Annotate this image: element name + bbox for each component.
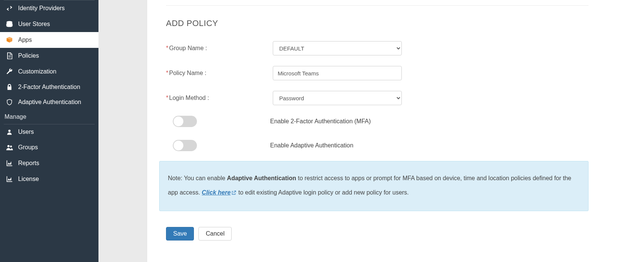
users-icon xyxy=(5,144,14,151)
row-group-name: *Group Name : DEFAULT xyxy=(166,41,589,55)
label-mfa: Enable 2-Factor Authentication (MFA) xyxy=(270,118,371,125)
sidebar-item-label: Users xyxy=(18,129,34,135)
page-title: ADD POLICY xyxy=(166,18,589,28)
label-group-name: *Group Name : xyxy=(166,45,273,52)
sidebar-item-label: Apps xyxy=(18,37,32,43)
chart-area-icon xyxy=(5,175,14,183)
required-marker: * xyxy=(166,70,168,76)
row-login-method: *Login Method : Password xyxy=(166,91,589,105)
content-panel: ADD POLICY *Group Name : DEFAULT *Policy… xyxy=(147,0,644,262)
sidebar-item-adaptive-auth[interactable]: Adaptive Authentication xyxy=(0,95,98,110)
label-login-method: *Login Method : xyxy=(166,95,273,101)
sidebar-item-2fa[interactable]: 2-Factor Authentication xyxy=(0,80,98,95)
save-button[interactable]: Save xyxy=(166,227,194,241)
svg-point-4 xyxy=(8,145,10,147)
sidebar-item-label: Groups xyxy=(18,144,38,151)
sidebar-item-label: 2-Factor Authentication xyxy=(18,84,80,90)
row-adaptive-toggle: Enable Adaptive Authentication xyxy=(166,140,589,151)
cancel-button[interactable]: Cancel xyxy=(198,227,232,241)
sidebar-item-label: License xyxy=(18,176,39,182)
sidebar-item-label: Adaptive Authentication xyxy=(18,99,81,106)
sidebar-item-label: Policies xyxy=(18,52,39,59)
row-mfa-toggle: Enable 2-Factor Authentication (MFA) xyxy=(166,116,589,127)
left-gutter xyxy=(98,0,147,262)
database-icon xyxy=(5,20,14,28)
note-suffix: to edit existing Adaptive login policy o… xyxy=(237,189,409,196)
cube-icon xyxy=(5,36,14,44)
arrows-exchange-icon xyxy=(5,5,14,12)
required-marker: * xyxy=(166,95,168,101)
label-policy-name: *Policy Name : xyxy=(166,70,273,77)
sidebar-item-customization[interactable]: Customization xyxy=(0,64,98,80)
svg-point-5 xyxy=(10,146,12,147)
note-strong: Adaptive Authentication xyxy=(227,175,296,181)
shield-icon xyxy=(5,99,14,106)
document-icon xyxy=(5,52,14,60)
top-rule xyxy=(166,5,589,6)
sidebar-item-label: Reports xyxy=(18,160,39,167)
user-icon xyxy=(5,129,14,135)
input-policy-name[interactable] xyxy=(273,66,402,80)
sidebar-item-label: Customization xyxy=(18,68,56,75)
toggle-mfa[interactable] xyxy=(173,116,197,127)
external-link-icon xyxy=(231,186,237,201)
sidebar-item-policies[interactable]: Policies xyxy=(0,48,98,64)
svg-point-3 xyxy=(8,130,11,132)
sidebar-item-users[interactable]: Users xyxy=(0,124,98,139)
sidebar: Identity Providers User Stores Apps Poli… xyxy=(0,0,98,262)
row-policy-name: *Policy Name : xyxy=(166,66,589,80)
sidebar-item-groups[interactable]: Groups xyxy=(0,139,98,155)
note-link-click-here[interactable]: Click here xyxy=(202,189,231,196)
sidebar-item-label: Identity Providers xyxy=(18,5,65,12)
toggle-knob xyxy=(174,116,183,126)
label-adaptive: Enable Adaptive Authentication xyxy=(270,142,354,149)
button-row: Save Cancel xyxy=(166,227,589,241)
sidebar-item-identity-providers[interactable]: Identity Providers xyxy=(0,0,98,16)
lock-icon xyxy=(5,84,14,90)
sidebar-item-user-stores[interactable]: User Stores xyxy=(0,16,98,32)
select-group-name[interactable]: DEFAULT xyxy=(273,41,402,55)
select-login-method[interactable]: Password xyxy=(273,91,402,105)
sidebar-item-label: User Stores xyxy=(18,21,50,28)
wrench-icon xyxy=(5,68,14,75)
sidebar-item-reports[interactable]: Reports xyxy=(0,155,98,171)
main-area: ADD POLICY *Group Name : DEFAULT *Policy… xyxy=(98,0,644,262)
sidebar-section-manage: Manage xyxy=(0,110,98,124)
sidebar-item-apps[interactable]: Apps xyxy=(0,32,98,48)
toggle-knob xyxy=(174,141,183,150)
note-prefix: Note: You can enable xyxy=(168,175,227,181)
sidebar-item-license[interactable]: License xyxy=(0,171,98,187)
required-marker: * xyxy=(166,45,168,51)
note-box: Note: You can enable Adaptive Authentica… xyxy=(159,161,589,211)
toggle-adaptive[interactable] xyxy=(173,140,197,151)
chart-area-icon xyxy=(5,159,14,167)
